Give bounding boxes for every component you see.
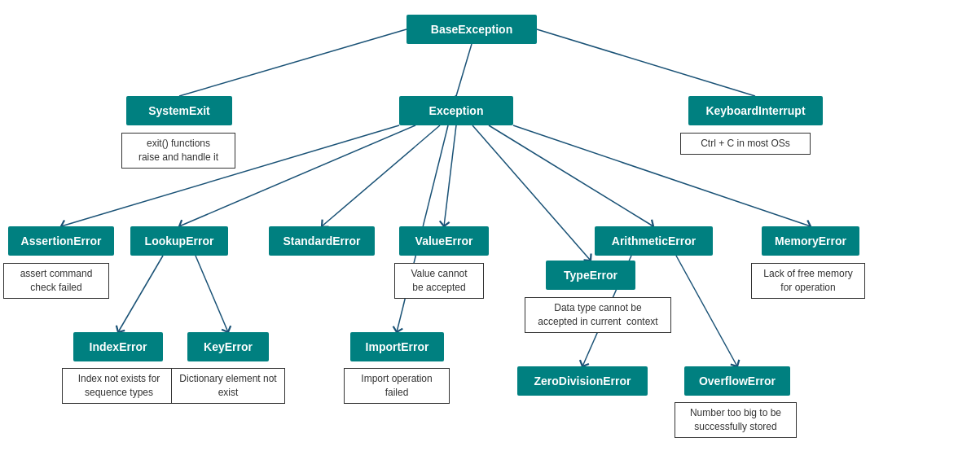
memory-error-note: Lack of free memoryfor operation (751, 263, 865, 299)
svg-line-7 (489, 125, 653, 226)
memory-error-node: MemoryError (762, 226, 859, 256)
standard-error-node: StandardError (269, 226, 375, 256)
diagram: BaseException SystemExit Exception Keybo… (0, 0, 980, 473)
exception-node: Exception (399, 96, 513, 125)
system-exit-note: exit() functionsraise and handle it (121, 133, 235, 169)
value-error-node: ValueError (399, 226, 489, 256)
overflow-error-node: OverflowError (684, 366, 790, 396)
svg-line-5 (322, 125, 440, 226)
svg-line-1 (179, 29, 407, 96)
assertion-error-node: AssertionError (8, 226, 114, 256)
key-error-node: KeyError (187, 332, 269, 361)
svg-line-6 (444, 125, 456, 226)
lookup-error-node: LookupError (130, 226, 228, 256)
value-error-note: Value cannotbe accepted (394, 263, 484, 299)
keyboard-interrupt-note: Ctrl + C in most OSs (680, 133, 811, 155)
index-error-note: Index not exists forsequence types (62, 368, 176, 404)
type-error-note: Data type cannot beaccepted in current c… (525, 297, 671, 333)
base-exception-node: BaseException (407, 15, 537, 44)
svg-line-11 (118, 256, 163, 332)
keyboard-interrupt-node: KeyboardInterrupt (688, 96, 823, 125)
svg-line-12 (196, 256, 228, 332)
index-error-node: IndexError (73, 332, 163, 361)
svg-line-0 (456, 44, 472, 96)
key-error-note: Dictionary element notexist (171, 368, 285, 404)
type-error-node: TypeError (546, 261, 635, 290)
import-error-note: Import operationfailed (344, 368, 450, 404)
svg-line-2 (537, 29, 755, 96)
assertion-error-note: assert commandcheck failed (3, 263, 109, 299)
import-error-node: ImportError (350, 332, 444, 361)
arithmetic-error-node: ArithmeticError (595, 226, 713, 256)
overflow-error-note: Number too big to besuccessfully stored (675, 402, 797, 438)
system-exit-node: SystemExit (126, 96, 232, 125)
svg-line-9 (472, 125, 591, 261)
svg-line-14 (676, 256, 737, 366)
zero-division-error-node: ZeroDivisionError (517, 366, 648, 396)
